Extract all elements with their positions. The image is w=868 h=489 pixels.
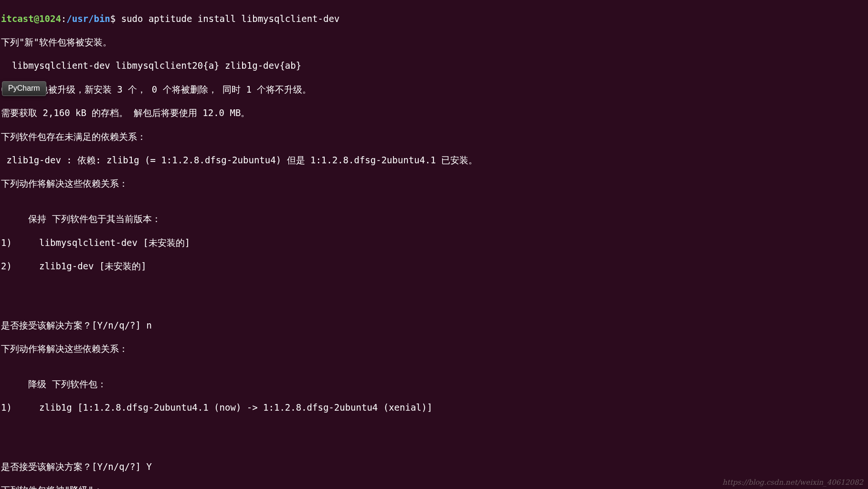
output-line: 下列动作将解决这些依赖关系： [1, 343, 868, 355]
terminal-window[interactable]: itcast@1024:/usr/bin$ sudo aptitude inst… [0, 1, 868, 489]
output-line: 下列"新"软件包将被安装。 [1, 36, 868, 48]
output-line: libmysqlclient-dev libmysqlclient20{a} z… [1, 60, 868, 72]
output-line: 下列软件包存在未满足的依赖关系： [1, 131, 868, 143]
prompt-user-host: itcast@1024 [1, 13, 61, 24]
output-line: 1) libmysqlclient-dev [未安装的] [1, 237, 868, 249]
watermark: https://blog.csdn.net/weixin_40612082 [722, 478, 863, 488]
output-line: 2) zlib1g-dev [未安装的] [1, 260, 868, 272]
tooltip-label: PyCharm [8, 84, 40, 92]
output-line: 降级 下列软件包： [1, 378, 868, 390]
command-input[interactable]: sudo aptitude install libmysqlclient-dev [116, 13, 339, 24]
prompt-question-line[interactable]: 是否接受该解决方案？[Y/n/q/?] Y [1, 461, 868, 473]
prompt-line: itcast@1024:/usr/bin$ sudo aptitude inst… [1, 13, 868, 25]
output-line: 需要获取 2,160 kB 的存档。 解包后将要使用 12.0 MB。 [1, 107, 868, 119]
pycharm-tooltip[interactable]: PyCharm [2, 81, 46, 96]
prompt-question-line[interactable]: 是否接受该解决方案？[Y/n/q/?] n [1, 319, 868, 331]
prompt-separator: : [61, 13, 66, 24]
output-line: zlib1g-dev : 依赖: zlib1g (= 1:1.2.8.dfsg-… [1, 154, 868, 166]
output-line: 1) zlib1g [1:1.2.8.dfsg-2ubuntu4.1 (now)… [1, 402, 868, 414]
output-line: 保持 下列软件包于其当前版本： [1, 213, 868, 225]
prompt-path: /usr/bin [66, 13, 110, 24]
output-line: 0 个软件包被升级，新安装 3 个， 0 个将被删除， 同时 1 个将不升级。 [1, 84, 868, 96]
output-line: 下列动作将解决这些依赖关系： [1, 178, 868, 190]
prompt-dollar: $ [110, 13, 116, 24]
